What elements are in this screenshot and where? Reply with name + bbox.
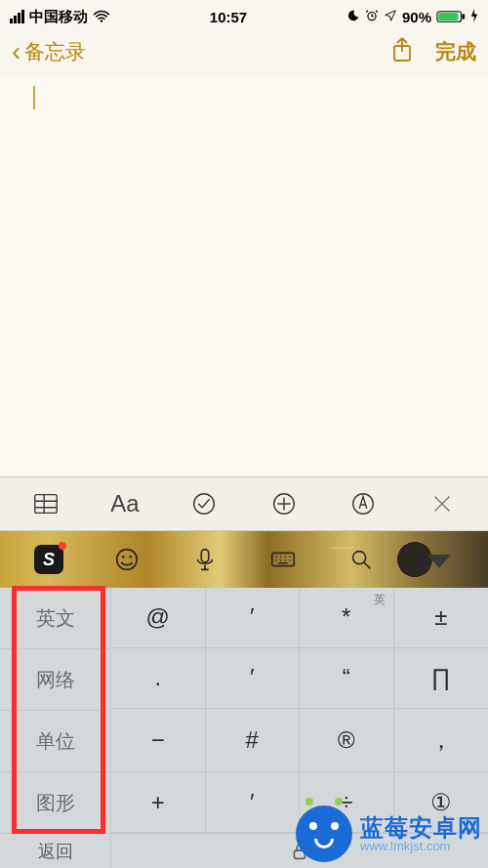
symbols-panel: 英文 网络 单位 图形 @ ′ *英 ± . ′ “ ∏ − # ® ， + ′… [0,588,488,833]
svg-point-7 [194,494,215,515]
carrier-label: 中国移动 [29,8,88,26]
clock: 10:57 [210,9,247,25]
symbol-key[interactable]: # [206,709,301,773]
symbol-key[interactable]: *英 [300,588,394,648]
symbol-key[interactable]: ∏ [394,648,489,709]
back-button[interactable]: ‹ 备忘录 [12,38,86,65]
svg-point-12 [129,556,132,558]
add-button[interactable] [259,478,309,529]
svg-point-10 [117,550,138,570]
nav-bar: ‹ 备忘录 完成 [0,29,488,76]
svg-point-0 [101,20,102,21]
chevron-down-icon [427,555,451,568]
collapse-keyboard-button[interactable] [416,540,463,579]
search-ime-button[interactable] [338,540,385,579]
markup-button[interactable] [338,478,388,529]
checklist-button[interactable] [179,478,229,529]
symbol-key[interactable]: − [111,709,206,773]
category-shapes[interactable]: 图形 [0,772,110,833]
watermark-logo [296,806,352,862]
return-button[interactable]: 返回 [0,834,111,868]
note-body[interactable] [0,76,488,476]
ime-toolbar: S [0,531,488,588]
svg-point-15 [353,552,366,564]
svg-rect-4 [462,14,465,19]
symbol-key[interactable]: @ [111,588,206,648]
location-icon [384,9,397,25]
svg-rect-3 [438,13,458,21]
sogou-button[interactable]: S [25,540,72,579]
sogou-icon: S [34,545,63,574]
done-button[interactable]: 完成 [435,38,476,65]
watermark-url: www.lmkjst.com [360,840,450,853]
keyboard-layout-button[interactable] [260,540,306,579]
status-left: 中国移动 [10,8,110,26]
category-network[interactable]: 网络 [0,649,110,711]
status-right: 90% [346,9,478,25]
svg-point-11 [122,556,125,558]
svg-rect-13 [201,550,209,562]
charging-icon [470,9,478,25]
alarm-icon [365,9,379,25]
chevron-left-icon: ‹ [12,38,20,65]
battery-pct: 90% [402,9,431,25]
category-units[interactable]: 单位 [0,711,110,772]
symbol-key[interactable]: ′ [206,772,301,833]
symbol-key[interactable]: + [111,772,206,833]
table-button[interactable] [20,478,71,529]
dismiss-toolbar-button[interactable] [417,478,468,529]
symbol-key[interactable]: “ [300,648,394,709]
symbol-category-column[interactable]: 英文 网络 单位 图形 [0,588,111,833]
emoji-button[interactable] [103,540,150,579]
back-label: 备忘录 [24,38,86,65]
category-english[interactable]: 英文 [0,588,110,649]
status-bar: 中国移动 10:57 90% [0,0,488,29]
watermark-brand: 蓝莓安卓网 [360,815,482,840]
symbol-key[interactable]: ® [300,709,394,773]
wifi-icon [93,10,110,23]
symbol-key[interactable]: ′ [206,648,301,709]
moon-icon [346,9,360,25]
text-cursor [33,86,35,109]
symbol-key[interactable]: ′ [206,588,301,648]
symbol-key[interactable]: ， [394,709,489,773]
symbol-key[interactable]: . [111,648,206,709]
watermark: 蓝莓安卓网 www.lmkjst.com [296,806,482,862]
symbol-key[interactable]: ± [394,588,489,648]
battery-icon [436,10,466,23]
share-button[interactable] [390,36,414,67]
notes-formatting-toolbar: Aa [0,476,488,531]
signal-bars-icon [10,10,24,23]
symbol-grid: @ ′ *英 ± . ′ “ ∏ − # ® ， + ′ ÷ ① [111,588,488,833]
mic-button[interactable] [182,540,228,579]
text-format-button[interactable]: Aa [100,478,150,529]
svg-rect-6 [34,495,57,514]
